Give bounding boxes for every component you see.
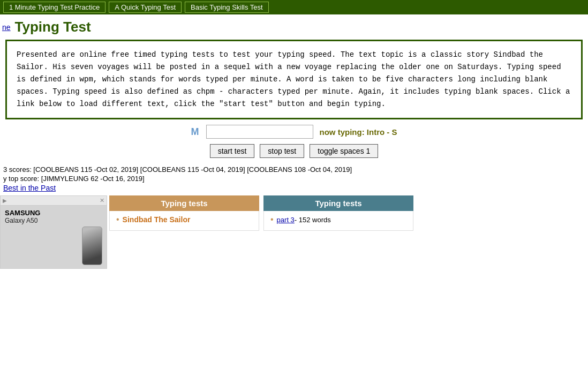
nav-1min-link[interactable]: 1 Minute Typing Test Practice: [3, 2, 105, 13]
typing-tests-right-header: Typing tests: [263, 195, 413, 211]
bottom-section: ▶ ✕ SAMSUNG Galaxy A50 Typing tests • Si…: [0, 195, 588, 269]
bullet-icon: •: [116, 215, 119, 224]
top-scores-line: 3 scores: [COOLBEANS 115 -Oct 02, 2019] …: [3, 165, 585, 174]
description-box: Presented are online free timed typing t…: [5, 40, 583, 119]
page-title: Typing Test: [15, 19, 91, 35]
ad-top-bar: ▶ ✕: [1, 196, 107, 206]
part3-link[interactable]: part 3: [277, 216, 295, 224]
description-text: Presented are online free timed typing t…: [17, 49, 571, 110]
list-item-part3: • part 3 - 152 words: [270, 215, 406, 224]
typing-area: M now typing: Intro - S: [0, 125, 588, 139]
ad-brand: SAMSUNG: [5, 209, 40, 217]
home-link[interactable]: ne: [2, 23, 11, 32]
sindbad-link[interactable]: Sindbad The Sailor: [123, 215, 191, 224]
nav-quick-link[interactable]: A Quick Typing Test: [109, 2, 182, 13]
typing-input[interactable]: [206, 125, 313, 139]
list-item-sindbad: • Sindbad The Sailor: [116, 215, 252, 224]
bullet-icon-2: •: [270, 215, 274, 224]
best-in-past-link[interactable]: Best in the Past: [3, 184, 56, 192]
ad-model: Galaxy A50: [5, 217, 37, 224]
start-test-button[interactable]: start test: [210, 144, 255, 158]
nav-basic-link[interactable]: Basic Typing Skills Test: [185, 2, 269, 13]
typing-tests-right-panel: Typing tests • part 3 - 152 words: [263, 195, 413, 231]
scores-section: 3 scores: [COOLBEANS 115 -Oct 02, 2019] …: [0, 165, 588, 192]
top-score-label: y top score: [JIMMYLEUNG 62 -Oct 16, 201…: [3, 175, 585, 183]
part3-text: - 152 words: [295, 216, 331, 224]
ad-close-button[interactable]: ✕: [100, 197, 104, 204]
page-header: ne Typing Test: [0, 14, 588, 37]
typing-tests-left-panel: Typing tests • Sindbad The Sailor: [109, 195, 259, 231]
current-letter: M: [191, 126, 200, 138]
ad-panel: ▶ ✕ SAMSUNG Galaxy A50: [0, 195, 107, 269]
typing-tests-left-list: • Sindbad The Sailor: [109, 211, 259, 231]
ad-content: SAMSUNG Galaxy A50: [1, 206, 107, 268]
ad-phone-image: [82, 227, 102, 265]
ad-label: ▶: [3, 198, 7, 203]
top-nav[interactable]: 1 Minute Typing Test Practice A Quick Ty…: [0, 0, 588, 14]
stop-test-button[interactable]: stop test: [260, 144, 304, 158]
typing-tests-right-list: • part 3 - 152 words: [263, 211, 413, 231]
buttons-row: start test stop test toggle spaces 1: [0, 144, 588, 158]
toggle-spaces-button[interactable]: toggle spaces 1: [310, 144, 378, 158]
now-typing-label: now typing: Intro - S: [320, 127, 397, 137]
typing-tests-left-header: Typing tests: [109, 195, 259, 211]
typing-tests-panels: Typing tests • Sindbad The Sailor Typing…: [109, 195, 413, 231]
